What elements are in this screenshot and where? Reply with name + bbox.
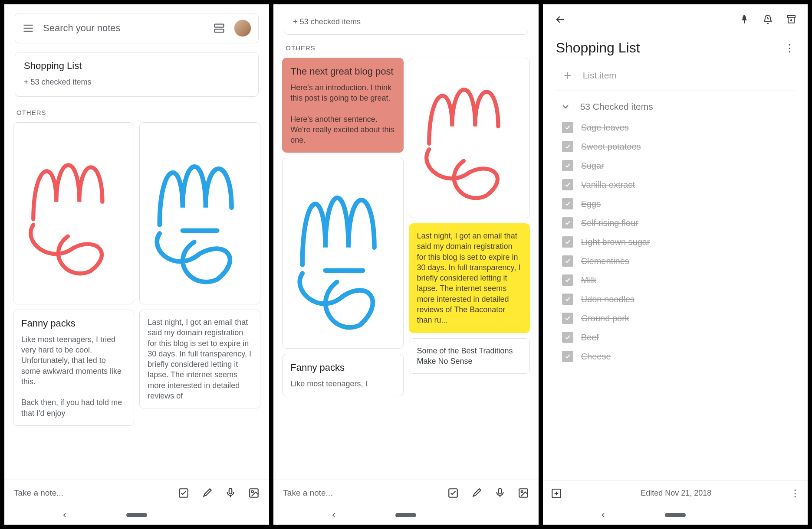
plus-icon: [562, 70, 573, 81]
checkbox-checked-icon[interactable]: [562, 294, 573, 305]
checked-items-list: Sage leavesSweet potatoesSugarVanilla ex…: [556, 118, 795, 366]
checked-items-header[interactable]: 53 Checked items: [556, 91, 795, 118]
reminder-icon[interactable]: [763, 14, 773, 25]
checkbox-checked-icon[interactable]: [562, 255, 573, 267]
back-arrow-icon[interactable]: [554, 13, 566, 26]
note-body: Last night, I got an email that said my …: [417, 231, 522, 326]
note-card-domain[interactable]: Last night, I got an email that said my …: [139, 310, 260, 408]
checkbox-checked-icon[interactable]: [562, 160, 573, 171]
checkbox-checked-icon[interactable]: [562, 141, 573, 152]
checkbox-checked-icon[interactable]: [562, 332, 573, 343]
take-note-bar[interactable]: Take a note...: [4, 480, 269, 506]
note-card-drawing-red[interactable]: [409, 58, 530, 218]
detail-toolbar: [543, 4, 808, 35]
add-list-item-row[interactable]: List item: [556, 62, 795, 91]
more-icon[interactable]: ⋮: [784, 42, 795, 54]
checklist-icon[interactable]: [447, 487, 459, 499]
detail-bottom-bar: Edited Nov 21, 2018 ⋮: [543, 480, 808, 506]
checkbox-checked-icon[interactable]: [562, 236, 573, 248]
agenda-view-icon[interactable]: [213, 22, 225, 34]
svg-rect-3: [215, 24, 224, 27]
search-bar[interactable]: [15, 13, 259, 43]
mic-icon[interactable]: [494, 487, 506, 499]
checked-item-row[interactable]: Beef: [556, 328, 795, 347]
android-nav-bar: [4, 506, 269, 525]
checked-item-text: Udon noodles: [581, 294, 634, 304]
section-label-others: OTHERS: [16, 109, 257, 116]
checked-item-row[interactable]: Cheese: [556, 347, 795, 366]
pin-icon[interactable]: [739, 14, 750, 25]
note-card-fanny[interactable]: Fanny packs Like most teenagers, I tried…: [13, 310, 134, 426]
nav-home-pill[interactable]: [395, 513, 416, 517]
note-body: Here's an introduction. I think this pos…: [290, 82, 395, 104]
checked-item-row[interactable]: Ground pork: [556, 309, 795, 328]
note-card-fanny[interactable]: Fanny packs Like most teenagers, I: [282, 354, 403, 396]
note-card-drawing-red[interactable]: [13, 122, 134, 304]
checklist-icon[interactable]: [178, 487, 189, 499]
menu-icon[interactable]: [22, 22, 34, 34]
take-note-bar[interactable]: Take a note...: [273, 480, 538, 506]
svg-rect-4: [215, 29, 224, 32]
nav-home-pill[interactable]: [126, 513, 147, 517]
checked-item-text: Vanilla extract: [581, 180, 635, 190]
checkbox-checked-icon[interactable]: [562, 179, 573, 190]
checkbox-checked-icon[interactable]: [562, 274, 573, 286]
checked-item-row[interactable]: Sugar: [556, 156, 795, 175]
more-icon[interactable]: ⋮: [790, 488, 800, 499]
avatar[interactable]: [234, 20, 251, 37]
take-note-placeholder: Take a note...: [283, 488, 435, 498]
checked-item-text: Sugar: [581, 161, 604, 171]
checkbox-checked-icon[interactable]: [562, 122, 573, 133]
add-item-placeholder: List item: [583, 70, 617, 81]
detail-title-row: Shopping List ⋮: [543, 35, 808, 59]
checked-item-row[interactable]: Clementines: [556, 251, 795, 271]
checked-item-row[interactable]: Self rising flour: [556, 213, 795, 232]
panel-notes-list-2: + 53 checked items OTHERS The next great…: [273, 4, 538, 525]
checked-item-row[interactable]: Vanilla extract: [556, 175, 795, 194]
take-note-placeholder: Take a note...: [14, 488, 166, 498]
checked-item-row[interactable]: Sage leaves: [556, 118, 795, 137]
image-icon[interactable]: [248, 487, 260, 499]
brush-icon[interactable]: [471, 487, 482, 499]
note-card-traditions[interactable]: Some of the Best Traditions Make No Sens…: [409, 338, 530, 374]
nav-home-pill[interactable]: [665, 513, 686, 517]
pinned-note-card-partial[interactable]: + 53 checked items: [284, 11, 528, 35]
checked-item-row[interactable]: Sweet potatoes: [556, 137, 795, 156]
note-card-domain-yellow[interactable]: Last night, I got an email that said my …: [409, 223, 530, 333]
brush-icon[interactable]: [201, 487, 213, 499]
note-body: Last night, I got an email that said my …: [148, 317, 252, 401]
nav-back-icon[interactable]: [330, 511, 338, 519]
image-icon[interactable]: [518, 487, 529, 499]
pinned-note-card[interactable]: Shopping List + 53 checked items: [15, 52, 259, 97]
note-card-drawing-blue[interactable]: [282, 158, 403, 349]
checked-item-text: Ground pork: [581, 313, 629, 323]
checked-item-row[interactable]: Eggs: [556, 194, 795, 213]
checked-item-row[interactable]: Udon noodles: [556, 290, 795, 309]
add-box-icon[interactable]: [551, 488, 562, 499]
note-body-2: Here's another sentence. We're really ex…: [290, 114, 395, 146]
nav-back-icon[interactable]: [61, 511, 69, 519]
pinned-note-title: Shopping List: [24, 60, 250, 72]
note-body: Some of the Best Traditions Make No Sens…: [417, 346, 522, 367]
checked-item-text: Milk: [581, 275, 597, 285]
nav-back-icon[interactable]: [599, 511, 607, 519]
note-card-drawing-blue[interactable]: [139, 122, 260, 304]
checkbox-checked-icon[interactable]: [562, 198, 573, 209]
checked-item-text: Clementines: [581, 256, 629, 266]
note-title: The next great blog post: [290, 65, 395, 78]
checked-item-row[interactable]: Light brown sugar: [556, 232, 795, 251]
note-title[interactable]: Shopping List: [556, 40, 640, 56]
checkbox-checked-icon[interactable]: [562, 217, 573, 229]
checkbox-checked-icon[interactable]: [562, 351, 573, 362]
checked-item-row[interactable]: Milk: [556, 271, 795, 290]
section-label-others: OTHERS: [286, 44, 526, 52]
mic-icon[interactable]: [225, 487, 236, 499]
checked-item-text: Eggs: [581, 199, 601, 209]
archive-icon[interactable]: [786, 14, 796, 25]
note-card-blog-post[interactable]: The next great blog post Here's an intro…: [282, 58, 403, 153]
pinned-note-subtitle: + 53 checked items: [24, 78, 250, 87]
note-body: Like most teenagers, I: [290, 379, 395, 389]
checkbox-checked-icon[interactable]: [562, 313, 573, 324]
search-input[interactable]: [43, 23, 204, 34]
svg-rect-13: [787, 16, 795, 18]
